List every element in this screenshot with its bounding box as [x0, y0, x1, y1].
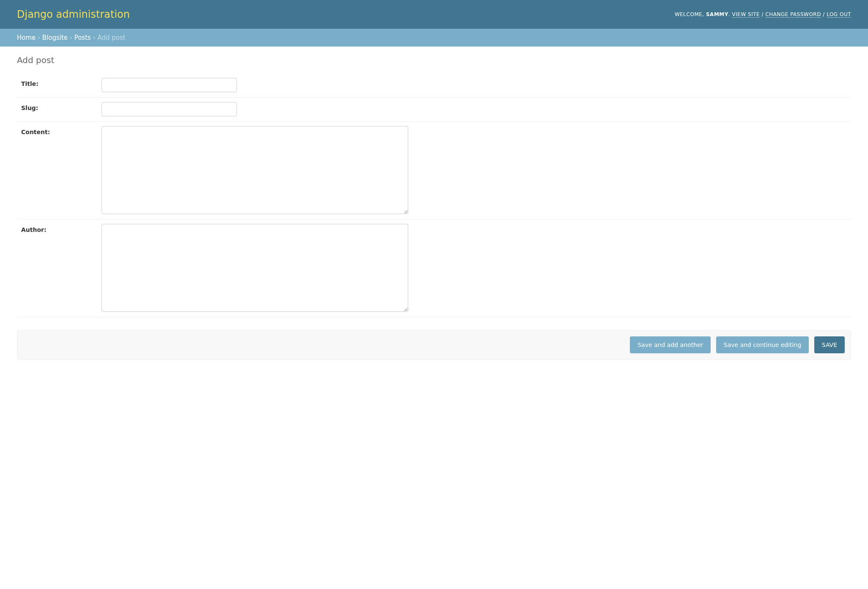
form-row-author: Author:	[17, 220, 851, 317]
title-label: Title:	[17, 78, 102, 87]
breadcrumb-model[interactable]: Posts	[74, 34, 91, 41]
welcome-label: WELCOME,	[675, 11, 706, 17]
author-textarea[interactable]	[102, 224, 408, 312]
form-row-title: Title:	[17, 74, 851, 98]
content: Add post Title: Slug: Content: Author: S…	[0, 47, 868, 368]
slug-label: Slug:	[17, 102, 102, 111]
log-out-link[interactable]: LOG OUT	[827, 11, 851, 18]
save-continue-button[interactable]: Save and continue editing	[716, 336, 809, 353]
breadcrumb-separator: ›	[91, 34, 98, 41]
save-add-another-button[interactable]: Save and add another	[630, 336, 711, 353]
content-label: Content:	[17, 126, 102, 135]
content-textarea[interactable]	[102, 126, 408, 214]
view-site-link[interactable]: VIEW SITE	[732, 11, 760, 18]
submit-row: Save and add another Save and continue e…	[17, 330, 851, 360]
header: Django administration WELCOME, SAMMY. VI…	[0, 0, 868, 29]
breadcrumb-app[interactable]: Blogsite	[42, 34, 68, 41]
breadcrumb-separator: ›	[68, 34, 74, 41]
period-separator: .	[728, 11, 732, 17]
site-title: Django administration	[17, 8, 130, 20]
link-separator: /	[760, 11, 765, 17]
breadcrumb-separator: ›	[36, 34, 42, 41]
author-label: Author:	[17, 224, 102, 233]
breadcrumb-current: Add post	[97, 34, 125, 41]
link-separator: /	[821, 11, 827, 17]
breadcrumb-home[interactable]: Home	[17, 34, 36, 41]
change-password-link[interactable]: CHANGE PASSWORD	[765, 11, 821, 18]
breadcrumb: Home › Blogsite › Posts › Add post	[0, 29, 868, 47]
page-title: Add post	[17, 55, 851, 65]
form-row-content: Content:	[17, 122, 851, 220]
title-input[interactable]	[102, 78, 237, 92]
username: SAMMY	[706, 11, 728, 17]
user-tools: WELCOME, SAMMY. VIEW SITE / CHANGE PASSW…	[675, 11, 851, 17]
slug-input[interactable]	[102, 102, 237, 116]
form-row-slug: Slug:	[17, 98, 851, 122]
add-post-form: Title: Slug: Content: Author: Save and a…	[17, 74, 851, 360]
site-title-link[interactable]: Django administration	[17, 8, 130, 20]
branding: Django administration	[17, 8, 130, 20]
save-button[interactable]: SAVE	[814, 336, 845, 353]
